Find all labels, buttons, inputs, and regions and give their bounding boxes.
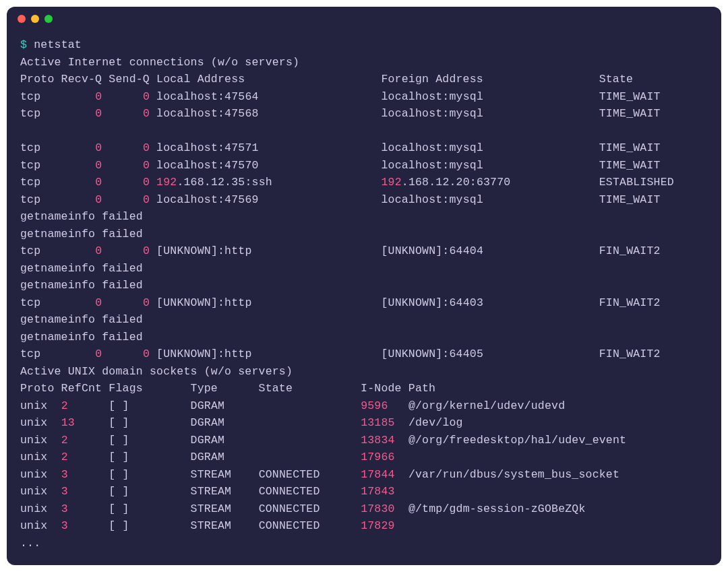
terminal-window: $ netstat Active Internet connections (w…: [7, 7, 721, 565]
maximize-icon[interactable]: [44, 15, 53, 23]
titlebar: [7, 7, 721, 31]
close-icon[interactable]: [18, 15, 26, 23]
terminal-output[interactable]: $ netstat Active Internet connections (w…: [7, 31, 721, 565]
minimize-icon[interactable]: [31, 15, 39, 23]
